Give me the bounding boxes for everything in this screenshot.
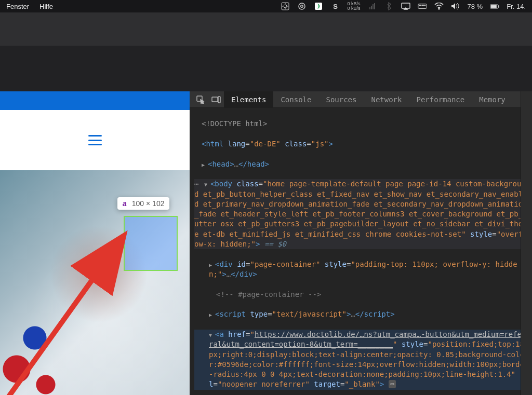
- tooltip-tagname: a: [123, 199, 127, 208]
- scroll-badge[interactable]: ▭: [389, 380, 396, 388]
- fan-control-icon[interactable]: [281, 2, 290, 11]
- window-chrome-top: [0, 12, 532, 46]
- hamburger-menu-icon[interactable]: [88, 135, 102, 145]
- node-html[interactable]: <html lang="de-DE" class="js">: [194, 139, 530, 149]
- svg-rect-11: [419, 5, 419, 5]
- elements-tree[interactable]: <!DOCTYPE html> <html lang="de-DE" class…: [190, 108, 532, 395]
- svg-point-1: [284, 5, 287, 8]
- tab-network[interactable]: Network: [364, 91, 409, 108]
- bluetooth-icon[interactable]: [384, 2, 394, 11]
- node-comment[interactable]: <!-- #page-container -->: [194, 290, 530, 299]
- svg-rect-13: [422, 5, 422, 5]
- svg-point-16: [438, 8, 440, 9]
- sync-icon[interactable]: [297, 2, 307, 11]
- svg-point-3: [301, 5, 303, 7]
- tab-memory[interactable]: Memory: [472, 91, 513, 108]
- app-tray-icon[interactable]: [314, 2, 323, 11]
- tab-performance[interactable]: Performance: [409, 91, 472, 108]
- svg-rect-14: [423, 5, 423, 5]
- tab-sources[interactable]: Sources: [318, 91, 364, 108]
- window-chrome-gap: [0, 46, 532, 91]
- device-toolbar-icon[interactable]: [208, 91, 224, 108]
- battery-icon[interactable]: [490, 2, 499, 11]
- tab-elements[interactable]: Elements: [224, 91, 273, 108]
- s-tray-icon[interactable]: S: [330, 2, 340, 11]
- node-head[interactable]: <head>…</head>: [194, 159, 530, 169]
- node-page-container[interactable]: <div id="page-container" style="padding-…: [194, 260, 530, 280]
- node-script-1[interactable]: <script type="text/javascript">…</script…: [194, 309, 530, 319]
- svg-rect-22: [212, 97, 218, 102]
- keyboard-icon[interactable]: [418, 2, 427, 11]
- svg-rect-5: [369, 7, 370, 9]
- svg-rect-6: [371, 6, 372, 9]
- inspect-element-icon[interactable]: [193, 91, 208, 108]
- node-anchor[interactable]: <a href="https://www.doctolib.de/…ns?utm…: [194, 330, 530, 390]
- site-header: [0, 110, 190, 170]
- battery-percent: 78 %: [468, 3, 483, 10]
- svg-rect-15: [424, 5, 425, 5]
- node-doctype[interactable]: <!DOCTYPE html>: [194, 119, 530, 129]
- tab-console[interactable]: Console: [273, 91, 318, 108]
- node-body[interactable]: ⋯ <body class="home page-template-defaul…: [194, 179, 530, 249]
- devtools-tabbar: Elements Console Sources Network Perform…: [190, 91, 532, 108]
- svg-rect-12: [420, 5, 421, 5]
- menubar-date[interactable]: Fr. 14.: [507, 3, 526, 10]
- devtools-right-rail[interactable]: [521, 91, 532, 395]
- site-top-bar: [0, 91, 190, 110]
- svg-rect-7: [373, 4, 374, 9]
- wifi-icon[interactable]: [434, 2, 444, 11]
- inspected-element-overlay: [125, 217, 177, 270]
- volume-icon[interactable]: [451, 2, 460, 11]
- airplay-icon[interactable]: [401, 2, 410, 11]
- rendered-page-pane: a 100 × 102: [0, 91, 190, 395]
- svg-rect-18: [499, 5, 499, 7]
- macos-menubar: Fenster Hilfe S 0 kB/s0 kB/s: [0, 0, 532, 12]
- tooltip-dimensions: 100 × 102: [132, 199, 165, 208]
- svg-rect-8: [374, 3, 375, 9]
- network-speed: 0 kB/s0 kB/s: [347, 2, 360, 11]
- svg-point-2: [299, 3, 305, 9]
- svg-rect-23: [218, 97, 220, 103]
- devtools-panel: Elements Console Sources Network Perform…: [190, 91, 532, 395]
- inspector-tooltip: a 100 × 102: [117, 197, 169, 210]
- svg-rect-19: [491, 5, 496, 8]
- menu-fenster[interactable]: Fenster: [6, 3, 29, 10]
- eq-icon[interactable]: [368, 2, 377, 11]
- menu-hilfe[interactable]: Hilfe: [39, 3, 53, 10]
